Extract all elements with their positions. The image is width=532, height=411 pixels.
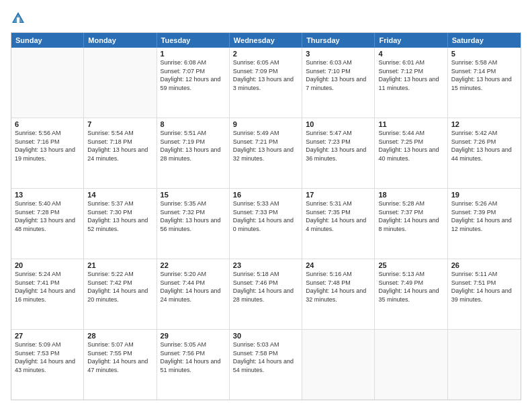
day-number: 4 bbox=[378, 50, 443, 58]
header bbox=[11, 11, 521, 26]
calendar-cell-16: 16Sunrise: 5:33 AM Sunset: 7:33 PM Dayli… bbox=[230, 189, 302, 259]
calendar-cell-10: 10Sunrise: 5:47 AM Sunset: 7:23 PM Dayli… bbox=[302, 118, 375, 188]
day-number: 8 bbox=[161, 120, 226, 128]
day-number: 9 bbox=[233, 120, 298, 128]
day-number: 25 bbox=[378, 261, 443, 269]
day-number: 13 bbox=[15, 191, 80, 199]
day-number: 29 bbox=[161, 332, 226, 340]
day-info: Sunrise: 5:18 AM Sunset: 7:46 PM Dayligh… bbox=[233, 270, 298, 304]
day-info: Sunrise: 5:09 AM Sunset: 7:53 PM Dayligh… bbox=[15, 340, 80, 374]
calendar-cell-7: 7Sunrise: 5:54 AM Sunset: 7:18 PM Daylig… bbox=[84, 118, 157, 188]
day-number: 10 bbox=[306, 120, 371, 128]
svg-rect-2 bbox=[17, 17, 19, 23]
calendar-cell-empty-0-0 bbox=[11, 48, 84, 118]
day-info: Sunrise: 5:22 AM Sunset: 7:42 PM Dayligh… bbox=[87, 270, 152, 304]
day-number: 19 bbox=[451, 191, 517, 199]
day-number: 22 bbox=[161, 261, 226, 269]
page: SundayMondayTuesdayWednesdayThursdayFrid… bbox=[0, 0, 532, 411]
header-day-wednesday: Wednesday bbox=[230, 33, 302, 48]
calendar-cell-30: 30Sunrise: 5:03 AM Sunset: 7:58 PM Dayli… bbox=[230, 330, 302, 400]
day-info: Sunrise: 5:44 AM Sunset: 7:25 PM Dayligh… bbox=[378, 129, 443, 163]
day-number: 27 bbox=[15, 332, 80, 340]
day-info: Sunrise: 5:33 AM Sunset: 7:33 PM Dayligh… bbox=[233, 199, 298, 233]
calendar-cell-5: 5Sunrise: 5:58 AM Sunset: 7:14 PM Daylig… bbox=[448, 48, 521, 118]
logo-icon bbox=[11, 11, 26, 26]
day-number: 16 bbox=[233, 191, 298, 199]
calendar-row-4: 27Sunrise: 5:09 AM Sunset: 7:53 PM Dayli… bbox=[11, 330, 521, 400]
calendar-cell-empty-4-5 bbox=[375, 330, 447, 400]
logo bbox=[11, 11, 28, 26]
day-info: Sunrise: 5:56 AM Sunset: 7:16 PM Dayligh… bbox=[15, 129, 80, 163]
day-number: 26 bbox=[451, 261, 517, 269]
calendar-cell-19: 19Sunrise: 5:26 AM Sunset: 7:39 PM Dayli… bbox=[448, 189, 521, 259]
calendar-cell-11: 11Sunrise: 5:44 AM Sunset: 7:25 PM Dayli… bbox=[375, 118, 447, 188]
day-info: Sunrise: 5:37 AM Sunset: 7:30 PM Dayligh… bbox=[87, 199, 152, 233]
day-info: Sunrise: 5:31 AM Sunset: 7:35 PM Dayligh… bbox=[306, 199, 371, 233]
day-number: 5 bbox=[451, 50, 517, 58]
day-info: Sunrise: 5:51 AM Sunset: 7:19 PM Dayligh… bbox=[161, 129, 226, 163]
calendar: SundayMondayTuesdayWednesdayThursdayFrid… bbox=[11, 32, 521, 400]
calendar-row-1: 6Sunrise: 5:56 AM Sunset: 7:16 PM Daylig… bbox=[11, 118, 521, 189]
day-number: 15 bbox=[161, 191, 226, 199]
day-info: Sunrise: 5:26 AM Sunset: 7:39 PM Dayligh… bbox=[451, 199, 517, 233]
day-number: 24 bbox=[306, 261, 371, 269]
day-number: 21 bbox=[87, 261, 152, 269]
calendar-cell-24: 24Sunrise: 5:16 AM Sunset: 7:48 PM Dayli… bbox=[302, 259, 375, 329]
header-day-sunday: Sunday bbox=[11, 33, 84, 48]
day-number: 7 bbox=[87, 120, 152, 128]
calendar-cell-27: 27Sunrise: 5:09 AM Sunset: 7:53 PM Dayli… bbox=[11, 330, 84, 400]
day-info: Sunrise: 5:03 AM Sunset: 7:58 PM Dayligh… bbox=[233, 340, 298, 374]
day-info: Sunrise: 5:11 AM Sunset: 7:51 PM Dayligh… bbox=[451, 270, 517, 304]
calendar-cell-28: 28Sunrise: 5:07 AM Sunset: 7:55 PM Dayli… bbox=[84, 330, 157, 400]
day-info: Sunrise: 5:58 AM Sunset: 7:14 PM Dayligh… bbox=[451, 58, 517, 92]
day-number: 30 bbox=[233, 332, 298, 340]
day-number: 17 bbox=[306, 191, 371, 199]
day-number: 12 bbox=[451, 120, 517, 128]
calendar-body: 1Sunrise: 6:08 AM Sunset: 7:07 PM Daylig… bbox=[11, 48, 521, 400]
day-info: Sunrise: 5:24 AM Sunset: 7:41 PM Dayligh… bbox=[15, 270, 80, 304]
day-info: Sunrise: 5:13 AM Sunset: 7:49 PM Dayligh… bbox=[378, 270, 443, 304]
calendar-cell-6: 6Sunrise: 5:56 AM Sunset: 7:16 PM Daylig… bbox=[11, 118, 84, 188]
day-info: Sunrise: 5:47 AM Sunset: 7:23 PM Dayligh… bbox=[306, 129, 371, 163]
calendar-cell-23: 23Sunrise: 5:18 AM Sunset: 7:46 PM Dayli… bbox=[230, 259, 302, 329]
day-info: Sunrise: 6:05 AM Sunset: 7:09 PM Dayligh… bbox=[233, 58, 298, 92]
day-number: 1 bbox=[161, 50, 226, 58]
calendar-cell-29: 29Sunrise: 5:05 AM Sunset: 7:56 PM Dayli… bbox=[157, 330, 230, 400]
day-info: Sunrise: 5:07 AM Sunset: 7:55 PM Dayligh… bbox=[87, 340, 152, 374]
calendar-cell-empty-4-6 bbox=[448, 330, 521, 400]
day-info: Sunrise: 6:08 AM Sunset: 7:07 PM Dayligh… bbox=[161, 58, 226, 92]
day-info: Sunrise: 5:40 AM Sunset: 7:28 PM Dayligh… bbox=[15, 199, 80, 233]
day-number: 23 bbox=[233, 261, 298, 269]
day-number: 6 bbox=[15, 120, 80, 128]
day-info: Sunrise: 5:20 AM Sunset: 7:44 PM Dayligh… bbox=[161, 270, 226, 304]
day-info: Sunrise: 5:49 AM Sunset: 7:21 PM Dayligh… bbox=[233, 129, 298, 163]
calendar-cell-9: 9Sunrise: 5:49 AM Sunset: 7:21 PM Daylig… bbox=[230, 118, 302, 188]
calendar-cell-4: 4Sunrise: 6:01 AM Sunset: 7:12 PM Daylig… bbox=[375, 48, 447, 118]
day-number: 28 bbox=[87, 332, 152, 340]
calendar-cell-2: 2Sunrise: 6:05 AM Sunset: 7:09 PM Daylig… bbox=[230, 48, 302, 118]
day-number: 14 bbox=[87, 191, 152, 199]
calendar-cell-1: 1Sunrise: 6:08 AM Sunset: 7:07 PM Daylig… bbox=[157, 48, 230, 118]
calendar-cell-14: 14Sunrise: 5:37 AM Sunset: 7:30 PM Dayli… bbox=[84, 189, 157, 259]
day-info: Sunrise: 5:16 AM Sunset: 7:48 PM Dayligh… bbox=[306, 270, 371, 304]
calendar-cell-18: 18Sunrise: 5:28 AM Sunset: 7:37 PM Dayli… bbox=[375, 189, 447, 259]
header-day-tuesday: Tuesday bbox=[157, 33, 230, 48]
day-info: Sunrise: 5:28 AM Sunset: 7:37 PM Dayligh… bbox=[378, 199, 443, 233]
header-day-monday: Monday bbox=[84, 33, 157, 48]
calendar-cell-3: 3Sunrise: 6:03 AM Sunset: 7:10 PM Daylig… bbox=[302, 48, 375, 118]
calendar-cell-8: 8Sunrise: 5:51 AM Sunset: 7:19 PM Daylig… bbox=[157, 118, 230, 188]
calendar-cell-26: 26Sunrise: 5:11 AM Sunset: 7:51 PM Dayli… bbox=[448, 259, 521, 329]
calendar-row-2: 13Sunrise: 5:40 AM Sunset: 7:28 PM Dayli… bbox=[11, 189, 521, 259]
day-number: 20 bbox=[15, 261, 80, 269]
calendar-cell-13: 13Sunrise: 5:40 AM Sunset: 7:28 PM Dayli… bbox=[11, 189, 84, 259]
calendar-cell-25: 25Sunrise: 5:13 AM Sunset: 7:49 PM Dayli… bbox=[375, 259, 447, 329]
calendar-cell-21: 21Sunrise: 5:22 AM Sunset: 7:42 PM Dayli… bbox=[84, 259, 157, 329]
day-info: Sunrise: 5:54 AM Sunset: 7:18 PM Dayligh… bbox=[87, 129, 152, 163]
calendar-row-3: 20Sunrise: 5:24 AM Sunset: 7:41 PM Dayli… bbox=[11, 259, 521, 330]
day-info: Sunrise: 5:05 AM Sunset: 7:56 PM Dayligh… bbox=[161, 340, 226, 374]
calendar-cell-empty-4-4 bbox=[302, 330, 375, 400]
calendar-row-0: 1Sunrise: 6:08 AM Sunset: 7:07 PM Daylig… bbox=[11, 48, 521, 118]
calendar-cell-20: 20Sunrise: 5:24 AM Sunset: 7:41 PM Dayli… bbox=[11, 259, 84, 329]
header-day-thursday: Thursday bbox=[302, 33, 375, 48]
day-info: Sunrise: 5:42 AM Sunset: 7:26 PM Dayligh… bbox=[451, 129, 517, 163]
